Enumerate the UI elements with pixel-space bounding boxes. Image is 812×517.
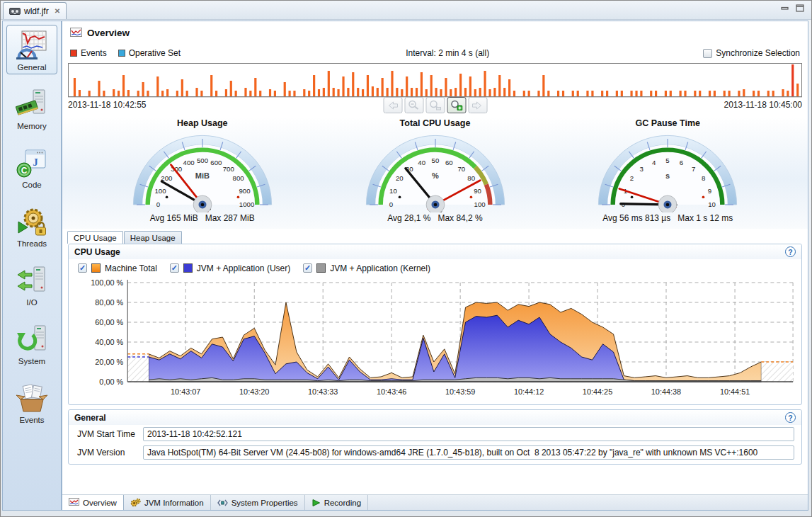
svg-text:10:44:12: 10:44:12 [514,387,544,396]
sidebar-item-label: General [18,63,47,72]
synchronize-selection[interactable]: Synchronize Selection [703,48,800,58]
jvm-start-time-field[interactable] [143,427,794,441]
zoom-out-button[interactable] [404,97,423,113]
svg-text:6: 6 [680,159,683,166]
page-tab-overview[interactable]: Overview [62,495,124,510]
zoom-in-button[interactable] [447,97,466,113]
synchronize-selection-label: Synchronize Selection [716,48,800,58]
minimize-icon[interactable] [781,4,789,12]
zoom-selection-button[interactable] [425,97,445,113]
back-button[interactable] [383,97,402,113]
page-tab-system-properties[interactable]: System Properties [211,495,305,510]
tab-heap-usage[interactable]: Heap Usage [124,231,182,244]
page-tab-label: Recording [324,499,361,507]
editor-tab-wldf-jfr[interactable]: wldf.jfr ✕ [3,2,67,19]
timeline-range-row: 2013-11-18 10:42:55 2013-11-18 10:45:00 [68,97,802,117]
sidebar-item-system[interactable]: System [6,319,57,368]
maximize-icon[interactable] [796,4,804,12]
legend-events-label: Events [81,48,107,58]
sidebar-item-threads[interactable]: Threads [6,201,57,251]
zoom-toolbar [383,97,487,113]
sidebar-item-general[interactable]: General [6,25,57,74]
gauge-stats: Avg 28,1 % Max 84,2 % [343,213,528,223]
svg-text:500: 500 [197,157,208,164]
series-machine-total: ✓ Machine Total [78,263,157,273]
cpu-usage-chart[interactable]: 100,00 %80,00 %60,00 %40,00 %20,00 %0,00… [73,277,799,403]
interval-label: Interval: 2 min 4 s (all) [192,48,703,58]
svg-text:MiB: MiB [195,171,210,180]
machine-total-checkbox[interactable]: ✓ [78,263,87,273]
events-timeline-chart[interactable] [69,64,801,96]
page-tab-recording[interactable]: Recording [305,495,368,510]
legend-events: Events [70,48,107,58]
svg-text:40: 40 [418,159,425,166]
series-label: Machine Total [105,263,157,273]
sidebar: General Memory J C [2,21,62,511]
svg-text:s: s [665,171,670,180]
threads-icon [16,205,48,238]
jfr-file-icon [9,7,21,16]
timeline-legend-row: Events Operative Set Interval: 2 min 4 s… [62,45,808,62]
svg-text:2: 2 [630,174,634,182]
help-icon[interactable]: ? [785,412,796,423]
events-timeline [68,63,802,97]
general-section: General ? JVM Start Time JVM Version [68,409,802,465]
magnifier-range-icon [429,100,442,110]
svg-text:40,00 %: 40,00 % [95,338,123,346]
svg-text:800: 800 [232,174,244,182]
sidebar-item-label: Threads [17,239,47,248]
gauge-title: Total CPU Usage [343,118,528,130]
jvm-version-field[interactable] [143,445,794,460]
gauge-stats: Avg 56 ms 813 µs Max 1 s 12 ms [575,213,760,223]
svg-text:100: 100 [474,200,485,208]
sidebar-item-io[interactable]: I/O [6,260,57,309]
svg-text:10:43:46: 10:43:46 [377,387,406,396]
jvm-start-time-row: JVM Start Time [69,425,801,443]
svg-text:50: 50 [431,157,439,164]
tab-cpu-usage[interactable]: CPU Usage [67,231,123,244]
cpu-series-legend: ✓ Machine Total ✓ JVM + Application (Use… [69,259,801,277]
magnifier-minus-icon [408,100,421,110]
svg-text:1000: 1000 [239,200,254,208]
synchronize-selection-checkbox[interactable] [703,49,712,58]
operative-set-swatch [118,50,125,57]
page-tab-jvm-information[interactable]: JVM Information [124,495,211,510]
general-section-title: General [74,413,106,423]
svg-text:70: 70 [457,165,465,173]
jvm-kernel-checkbox[interactable]: ✓ [303,263,312,273]
code-icon: J C [16,147,48,179]
close-icon[interactable]: ✕ [55,7,60,15]
memory-icon [16,88,48,120]
events-swatch [70,50,77,57]
range-start-time: 2013-11-18 10:42:55 [68,100,147,110]
svg-text:60: 60 [445,159,452,166]
sidebar-item-events[interactable]: Events [6,377,57,427]
editor-tab-label: wldf.jfr [24,6,49,16]
legend-operative-set-label: Operative Set [129,48,181,58]
svg-text:10: 10 [389,187,397,195]
view-buttons [781,4,804,12]
svg-text:700: 700 [222,165,234,173]
sidebar-item-label: System [18,357,45,365]
arrow-right-icon [471,101,484,110]
machine-total-swatch [91,263,101,273]
sidebar-item-code[interactable]: J C Code [6,142,57,192]
svg-text:100: 100 [154,187,166,195]
gc-pause-time-dial: 012345678910s [583,130,753,212]
editor-tab-strip: wldf.jfr ✕ [1,1,811,20]
svg-text:10:44:25: 10:44:25 [583,387,612,396]
sidebar-item-label: Memory [17,122,47,130]
dial-panel: Heap Usage 01002003004005006007008009001… [62,117,808,229]
svg-text:80: 80 [467,174,475,182]
svg-text:10:44:38: 10:44:38 [651,387,681,396]
svg-text:7: 7 [692,165,695,173]
svg-text:10:44:51: 10:44:51 [720,387,750,396]
jvm-user-swatch [183,263,193,273]
help-icon[interactable]: ? [785,246,796,257]
jvm-start-time-label: JVM Start Time [77,429,143,439]
overview-page: Overview Events Operative Set Interval: … [62,21,808,511]
page-header: Overview [62,21,808,45]
sidebar-item-memory[interactable]: Memory [6,84,57,133]
jvm-user-checkbox[interactable]: ✓ [170,263,179,273]
forward-button[interactable] [468,97,487,113]
